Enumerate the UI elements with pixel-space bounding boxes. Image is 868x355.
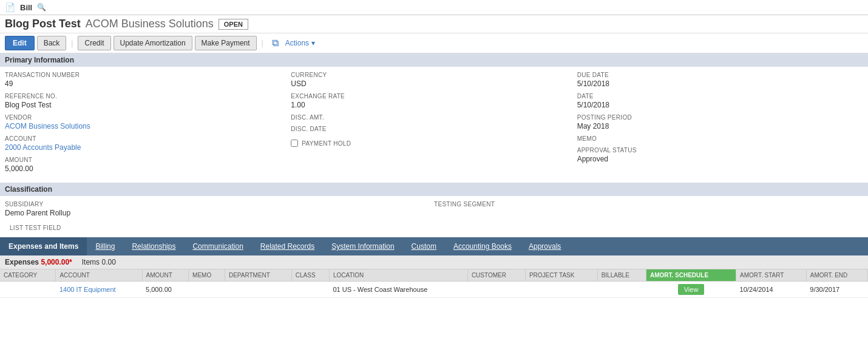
col-billable: BILLABLE bbox=[597, 269, 646, 282]
exchange-rate-label: EXCHANGE RATE bbox=[291, 93, 577, 100]
disc-amt-label: DISC. AMT. bbox=[291, 114, 577, 121]
expenses-amount: 5,000.00* bbox=[41, 258, 72, 266]
tab-accounting-books[interactable]: Accounting Books bbox=[445, 237, 520, 255]
testing-segment-field: TESTING SEGMENT bbox=[434, 201, 863, 217]
exchange-rate-value: 1.00 bbox=[291, 101, 577, 109]
col-class: CLASS bbox=[291, 269, 329, 282]
right-col: DUE DATE 5/10/2018 DATE 5/10/2018 POSTIN… bbox=[577, 72, 863, 178]
subsidiary-label: SUBSIDIARY bbox=[5, 201, 434, 208]
separator2: | bbox=[262, 39, 263, 47]
subsidiary-field: SUBSIDIARY Demo Parent Rollup bbox=[5, 201, 434, 217]
search-icon[interactable]: 🔍 bbox=[37, 3, 46, 12]
bill-icon: 📄 bbox=[5, 2, 15, 12]
cell-account: 1400 IT Equipment bbox=[56, 282, 142, 298]
update-amortization-button[interactable]: Update Amortization bbox=[114, 36, 192, 50]
primary-info-grid: TRANSACTION NUMBER 49 REFERENCE NO. Blog… bbox=[5, 72, 863, 178]
col-project-task: PROJECT TASK bbox=[525, 269, 597, 282]
items-label: Items bbox=[82, 258, 100, 266]
testing-segment-label: TESTING SEGMENT bbox=[434, 201, 863, 208]
payment-hold-checkbox[interactable] bbox=[291, 140, 298, 147]
list-test-field-label: LIST TEST FIELD bbox=[10, 225, 858, 231]
amount-value: 5,000.00 bbox=[5, 164, 291, 173]
tab-communication[interactable]: Communication bbox=[184, 237, 251, 255]
list-test-field-row: LIST TEST FIELD bbox=[0, 222, 868, 237]
payment-hold-row: PAYMENT HOLD bbox=[291, 137, 577, 149]
tab-relationships[interactable]: Relationships bbox=[123, 237, 184, 255]
amount-label: AMOUNT bbox=[5, 157, 291, 163]
expenses-subtab-label[interactable]: Expenses 5,000.00* bbox=[5, 258, 72, 266]
items-subtab-label[interactable]: Items 0.00 bbox=[82, 258, 116, 266]
subsidiary-value: Demo Parent Rollup bbox=[5, 209, 434, 217]
cell-memo bbox=[189, 282, 225, 298]
vendor-value[interactable]: ACOM Business Solutions bbox=[5, 122, 90, 130]
approval-status-label: APPROVAL STATUS bbox=[577, 147, 863, 154]
col-account: ACCOUNT bbox=[56, 269, 142, 282]
reference-no-value: Blog Post Test bbox=[5, 101, 291, 109]
col-department: DEPARTMENT bbox=[225, 269, 291, 282]
due-date-label: DUE DATE bbox=[577, 72, 863, 78]
status-badge: OPEN bbox=[219, 19, 248, 30]
col-amort-end: AMORT. END bbox=[806, 269, 867, 282]
vendor-label: VENDOR bbox=[5, 114, 291, 121]
copy-icon[interactable]: ⧉ bbox=[268, 36, 283, 50]
due-date-value: 5/10/2018 bbox=[577, 79, 863, 88]
classification-section: SUBSIDIARY Demo Parent Rollup TESTING SE… bbox=[0, 196, 868, 222]
account-link[interactable]: 1400 IT Equipment bbox=[59, 286, 116, 293]
classification-header: Classification bbox=[0, 183, 868, 196]
cell-customer bbox=[467, 282, 525, 298]
memo-label: MEMO bbox=[577, 135, 863, 142]
col-category: CATEGORY bbox=[0, 269, 56, 282]
primary-info-section: TRANSACTION NUMBER 49 REFERENCE NO. Blog… bbox=[0, 67, 868, 183]
transaction-number-label: TRANSACTION NUMBER bbox=[5, 72, 291, 78]
items-amount: 0.00 bbox=[101, 258, 115, 266]
account-value[interactable]: 2000 Accounts Payable bbox=[5, 143, 81, 152]
expenses-label: Expenses bbox=[5, 258, 39, 266]
tab-expenses-and-items[interactable]: Expenses and Items bbox=[0, 237, 87, 255]
cell-location: 01 US - West Coast Warehouse bbox=[329, 282, 467, 298]
credit-button[interactable]: Credit bbox=[78, 36, 110, 50]
col-customer: CUSTOMER bbox=[467, 269, 525, 282]
primary-info-header: Primary Information bbox=[0, 53, 868, 67]
account-label: ACCOUNT bbox=[5, 135, 291, 142]
expenses-subtab-bar: Expenses 5,000.00* Items 0.00 bbox=[0, 255, 868, 269]
cell-department bbox=[225, 282, 291, 298]
primary-info-label: Primary Information bbox=[5, 56, 74, 64]
back-button[interactable]: Back bbox=[37, 36, 67, 50]
date-value: 5/10/2018 bbox=[577, 101, 863, 109]
date-label: DATE bbox=[577, 93, 863, 100]
actions-label: Actions bbox=[285, 39, 309, 47]
page-header: 📄 Bill 🔍 bbox=[0, 0, 868, 15]
disc-date-label: DISC. DATE bbox=[291, 126, 577, 132]
posting-period-value: May 2018 bbox=[577, 122, 863, 130]
cell-amort-schedule: View bbox=[646, 282, 736, 298]
expenses-table: CATEGORY ACCOUNT AMOUNT MEMO DEPARTMENT … bbox=[0, 269, 868, 298]
make-payment-button[interactable]: Make Payment bbox=[195, 36, 257, 50]
col-location: LOCATION bbox=[329, 269, 467, 282]
expenses-table-container: CATEGORY ACCOUNT AMOUNT MEMO DEPARTMENT … bbox=[0, 269, 868, 298]
cell-amort-start: 10/24/2014 bbox=[736, 282, 807, 298]
cell-category bbox=[0, 282, 56, 298]
actions-button[interactable]: Actions ▾ bbox=[285, 39, 315, 47]
tab-system-information[interactable]: System Information bbox=[323, 237, 402, 255]
reference-no-label: REFERENCE NO. bbox=[5, 93, 291, 100]
page-type-label: Bill bbox=[20, 3, 32, 12]
tab-approvals[interactable]: Approvals bbox=[520, 237, 569, 255]
cell-class bbox=[291, 282, 329, 298]
transaction-number-value: 49 bbox=[5, 79, 291, 88]
view-amort-schedule-button[interactable]: View bbox=[678, 284, 705, 295]
col-amort-start: AMORT. START bbox=[736, 269, 807, 282]
tab-related-records[interactable]: Related Records bbox=[252, 237, 323, 255]
table-row: 1400 IT Equipment 5,000.00 01 US - West … bbox=[0, 282, 868, 298]
tab-billing[interactable]: Billing bbox=[87, 237, 123, 255]
cell-amount: 5,000.00 bbox=[142, 282, 188, 298]
col-memo: MEMO bbox=[189, 269, 225, 282]
col-amount: AMOUNT bbox=[142, 269, 188, 282]
approval-status-value: Approved bbox=[577, 155, 863, 163]
payment-hold-label: PAYMENT HOLD bbox=[302, 140, 351, 147]
edit-button[interactable]: Edit bbox=[5, 36, 35, 50]
cell-billable bbox=[597, 282, 646, 298]
cell-amort-end: 9/30/2017 bbox=[806, 282, 867, 298]
actions-dropdown-icon: ▾ bbox=[311, 39, 315, 47]
tab-custom[interactable]: Custom bbox=[403, 237, 445, 255]
company-name: ACOM Business Solutions bbox=[86, 18, 214, 30]
